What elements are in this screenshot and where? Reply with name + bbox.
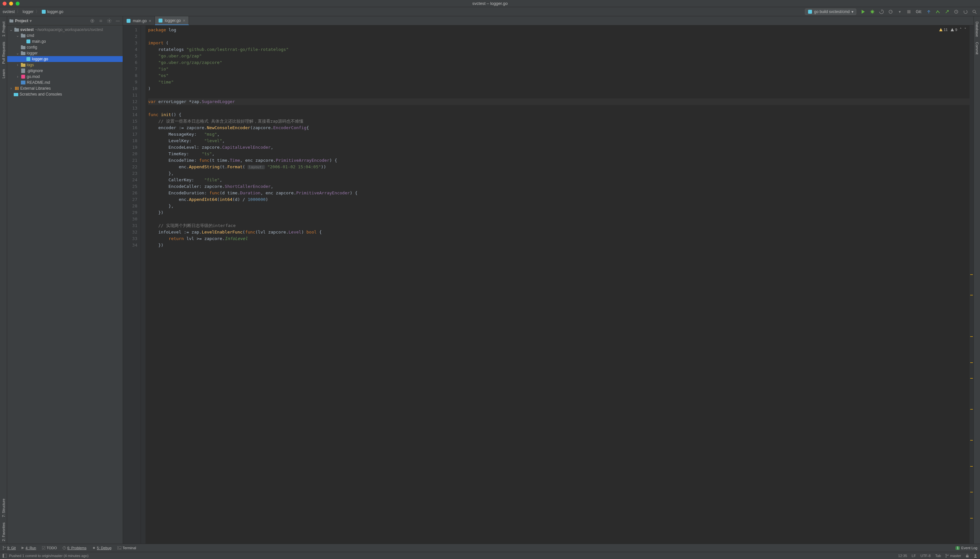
tree-folder-config[interactable]: config — [7, 45, 122, 50]
indent-mode[interactable]: Tab — [935, 554, 941, 558]
title-bar: svctest – logger.go — [0, 0, 980, 7]
hide-panel-button[interactable]: — — [115, 18, 121, 24]
terminal-tool-tab[interactable]: Terminal — [118, 546, 136, 550]
debug-button[interactable] — [869, 9, 875, 15]
problems-tool-tab[interactable]: 6: Problems — [63, 546, 86, 550]
project-tree[interactable]: ⌄ svctest ~/workspace/go_workspace/src/s… — [7, 25, 122, 544]
breadcrumbs[interactable]: svctest 〉 logger 〉 logger.go — [3, 9, 63, 14]
bottom-tool-tabs: 9: Git 4: Run TODO 6: Problems 5: Debug … — [0, 544, 980, 552]
tree-file-readme[interactable]: README.md — [7, 79, 122, 86]
maximize-window-button[interactable] — [16, 2, 20, 5]
svg-rect-32 — [159, 18, 162, 23]
project-panel-title[interactable]: Project — [15, 18, 28, 23]
close-window-button[interactable] — [3, 2, 7, 5]
chevron-down-icon[interactable]: ˅ — [964, 27, 966, 31]
terminal-icon — [118, 546, 121, 549]
attach-button[interactable]: ▾ — [897, 9, 903, 15]
git-rollback-button[interactable] — [962, 9, 968, 15]
tree-file-main-go[interactable]: main.go — [7, 38, 122, 45]
git-branch-widget[interactable]: master — [945, 554, 961, 558]
structure-tool-tab[interactable]: 7: Structure — [1, 496, 6, 520]
breadcrumb-file[interactable]: logger.go — [47, 10, 63, 14]
breadcrumb-folder[interactable]: logger — [23, 10, 33, 14]
file-encoding[interactable]: UTF-8 — [920, 554, 930, 558]
chevron-up-icon[interactable]: ˄ — [960, 27, 962, 31]
line-separator[interactable]: LF — [912, 554, 916, 558]
svg-rect-30 — [14, 93, 18, 96]
editor-tab-logger-go[interactable]: logger.go × — [155, 16, 189, 25]
lock-icon[interactable] — [966, 554, 969, 558]
svg-rect-41 — [3, 554, 4, 558]
tree-root[interactable]: ⌄ svctest ~/workspace/go_workspace/src/s… — [7, 27, 122, 33]
tree-folder-cmd[interactable]: ⌄ cmd — [7, 33, 122, 38]
editor-tab-main-go[interactable]: main.go × — [123, 16, 155, 25]
markdown-icon — [21, 80, 25, 85]
settings-icon[interactable] — [106, 18, 112, 24]
go-file-icon — [41, 10, 46, 14]
git-update-button[interactable] — [926, 9, 932, 15]
error-stripe[interactable] — [970, 25, 973, 544]
run-button[interactable] — [860, 9, 866, 15]
folder-icon — [14, 27, 19, 32]
caret-position[interactable]: 12:35 — [898, 554, 907, 558]
git-tool-tab[interactable]: 9: Git — [3, 546, 16, 550]
learn-tool-tab[interactable]: Learn — [1, 66, 6, 81]
editor-body[interactable]: 1234567891011121314151617181920212223242… — [123, 25, 973, 544]
git-history-button[interactable] — [953, 9, 959, 15]
event-log-tool-tab[interactable]: 1 Event Log — [955, 546, 977, 550]
git-push-button[interactable] — [944, 9, 950, 15]
favorites-tool-tab[interactable]: 2: Favorites — [1, 520, 6, 544]
navigation-bar: svctest 〉 logger 〉 logger.go go build sv… — [0, 7, 980, 16]
tree-folder-logs[interactable]: › logs — [7, 62, 122, 68]
debug-tool-tab[interactable]: 5: Debug — [92, 546, 112, 550]
select-opened-file-button[interactable] — [89, 18, 95, 24]
run-with-coverage-button[interactable] — [879, 9, 884, 15]
tree-external-libraries[interactable]: › External Libraries — [7, 86, 122, 91]
left-tool-gutter: 1: Project Pull Requests Learn 7: Struct… — [0, 16, 7, 544]
svg-rect-1 — [808, 10, 812, 14]
svg-rect-15 — [21, 33, 23, 35]
code-editor[interactable]: package logimport ( rotatelogs "github.c… — [146, 25, 973, 544]
svg-rect-13 — [14, 28, 16, 29]
project-view-icon — [9, 18, 14, 23]
chevron-down-icon[interactable]: ▾ — [30, 18, 31, 23]
close-tab-icon[interactable]: × — [183, 18, 185, 23]
stop-button[interactable] — [906, 9, 912, 15]
run-config-selector[interactable]: go build svctest/cmd ▾ — [805, 8, 857, 15]
expand-all-button[interactable] — [98, 18, 104, 24]
library-icon — [14, 86, 19, 91]
go-file-icon — [126, 18, 131, 23]
tree-folder-logger[interactable]: ⌄ logger — [7, 50, 122, 56]
file-icon — [21, 68, 25, 73]
database-tool-tab[interactable]: Database — [975, 19, 980, 40]
svg-point-43 — [946, 556, 947, 557]
folder-icon — [21, 45, 25, 50]
run-tool-tab[interactable]: 4: Run — [22, 546, 36, 550]
go-file-icon — [158, 18, 163, 23]
svg-rect-45 — [966, 556, 968, 557]
profile-button[interactable] — [888, 9, 894, 15]
breadcrumb-separator: 〉 — [36, 9, 40, 14]
pull-requests-tool-tab[interactable]: Pull Requests — [1, 39, 6, 66]
commit-tool-tab[interactable]: Commit — [975, 40, 980, 57]
breadcrumb-project[interactable]: svctest — [3, 10, 15, 14]
tree-scratches[interactable]: Scratches and Consoles — [7, 91, 122, 97]
todo-tool-tab[interactable]: TODO — [42, 546, 57, 550]
event-log-badge: 1 — [955, 546, 960, 550]
inspection-widget[interactable]: 11 9 ˄ ˅ — [939, 27, 966, 31]
go-file-icon — [26, 39, 31, 44]
inspection-hector-icon[interactable] — [973, 554, 977, 558]
fold-gutter[interactable] — [141, 25, 146, 544]
close-tab-icon[interactable]: × — [149, 18, 151, 23]
tree-file-gomod[interactable]: › go.mod — [7, 74, 122, 79]
minimize-window-button[interactable] — [9, 2, 13, 5]
search-everywhere-button[interactable] — [972, 9, 977, 15]
window-title: svctest – logger.go — [472, 1, 508, 6]
svg-point-46 — [975, 554, 977, 556]
tool-window-toggle-icon[interactable] — [3, 554, 7, 558]
git-commit-button[interactable] — [935, 9, 941, 15]
tree-file-gitignore[interactable]: .gitignore — [7, 68, 122, 74]
go-file-icon — [26, 57, 31, 61]
project-tool-tab[interactable]: 1: Project — [1, 19, 6, 39]
tree-file-logger-go[interactable]: logger.go — [7, 56, 122, 62]
